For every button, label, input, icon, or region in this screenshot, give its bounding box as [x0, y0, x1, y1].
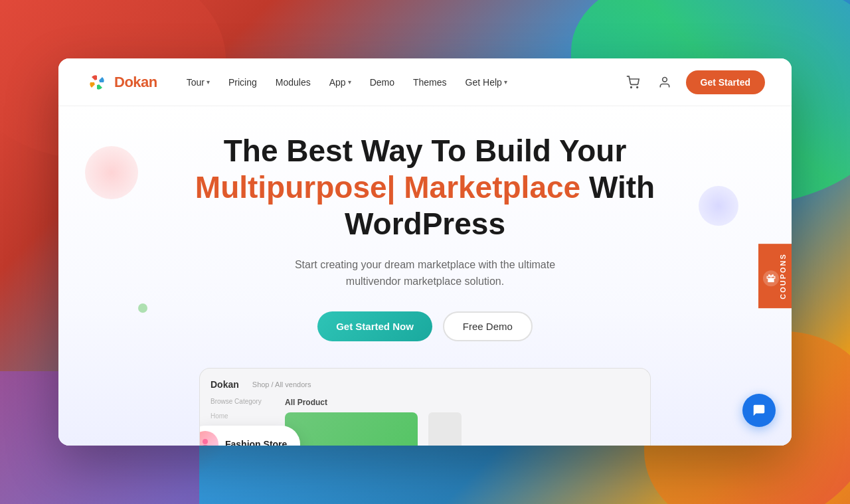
nav-app[interactable]: App ▾ — [321, 72, 359, 93]
dashboard-tab1: Shop / All vendors — [252, 380, 311, 388]
dashboard-product-icon — [428, 412, 462, 446]
sidebar-home-item: Home — [211, 410, 277, 422]
nav-pricing[interactable]: Pricing — [220, 72, 265, 93]
nav-demo[interactable]: Demo — [362, 72, 402, 93]
nav-links: Tour ▾ Pricing Modules App ▾ Demo Themes… — [179, 72, 617, 93]
coupons-tab[interactable]: COUPONS — [758, 244, 792, 309]
hero-section: The Best Way To Build Your Multipurpose|… — [58, 106, 792, 446]
hero-title-line1: The Best Way To Build Your — [159, 133, 691, 169]
hero-blob-right — [699, 186, 738, 226]
free-demo-button[interactable]: Free Demo — [443, 311, 533, 341]
nav-get-help[interactable]: Get Help ▾ — [458, 72, 515, 93]
sidebar-browse-label: Browse Category — [211, 398, 277, 405]
cart-icon[interactable] — [622, 72, 643, 93]
svg-point-3 — [636, 86, 638, 88]
browser-window: Dokan Tour ▾ Pricing Modules App ▾ Demo … — [58, 58, 792, 446]
app-arrow-icon: ▾ — [348, 78, 351, 86]
nav-tour[interactable]: Tour ▾ — [179, 72, 218, 93]
svg-point-2 — [630, 86, 632, 88]
dashboard-logo: Dokan — [211, 379, 239, 390]
coupons-icon — [763, 271, 779, 287]
all-product-title: All Product — [285, 398, 639, 407]
help-arrow-icon: ▾ — [504, 78, 507, 86]
hero-blob-left — [85, 146, 138, 199]
nav-modules[interactable]: Modules — [268, 72, 319, 93]
tour-arrow-icon: ▾ — [207, 78, 210, 86]
dashboard-main: All Product — [285, 398, 639, 446]
navbar: Dokan Tour ▾ Pricing Modules App ▾ Demo … — [58, 58, 792, 106]
logo-text: Dokan — [114, 74, 157, 91]
nav-themes[interactable]: Themes — [405, 72, 455, 93]
dashboard-preview: Dokan Shop / All vendors Browse Category… — [199, 368, 651, 446]
dashboard-green-box — [285, 412, 418, 446]
user-icon[interactable] — [654, 72, 675, 93]
logo-area[interactable]: Dokan — [85, 70, 157, 94]
hero-subtitle: Start creating your dream marketplace wi… — [295, 256, 555, 290]
hero-title: The Best Way To Build Your Multipurpose|… — [159, 133, 691, 243]
coupons-label: COUPONS — [779, 253, 787, 299]
get-started-now-button[interactable]: Get Started Now — [317, 311, 432, 341]
hero-buttons: Get Started Now Free Demo — [317, 311, 533, 341]
nav-actions: Get Started — [622, 70, 765, 94]
fashion-store-label: Fashion Store — [225, 439, 287, 446]
svg-point-4 — [662, 77, 667, 82]
hero-dot-left — [138, 303, 147, 313]
dashboard-tabs: Shop / All vendors — [252, 380, 311, 388]
fashion-avatar — [199, 431, 218, 446]
logo-icon — [85, 70, 109, 94]
svg-point-1 — [94, 80, 100, 85]
hero-title-colored: Multipurpose| Marketplace — [195, 170, 580, 205]
svg-point-5 — [203, 439, 208, 444]
chat-button[interactable] — [742, 394, 776, 427]
hero-title-line2: Multipurpose| Marketplace With WordPress — [159, 169, 691, 242]
fashion-store-popup: Fashion Store — [199, 426, 300, 446]
get-started-nav-button[interactable]: Get Started — [686, 70, 765, 94]
